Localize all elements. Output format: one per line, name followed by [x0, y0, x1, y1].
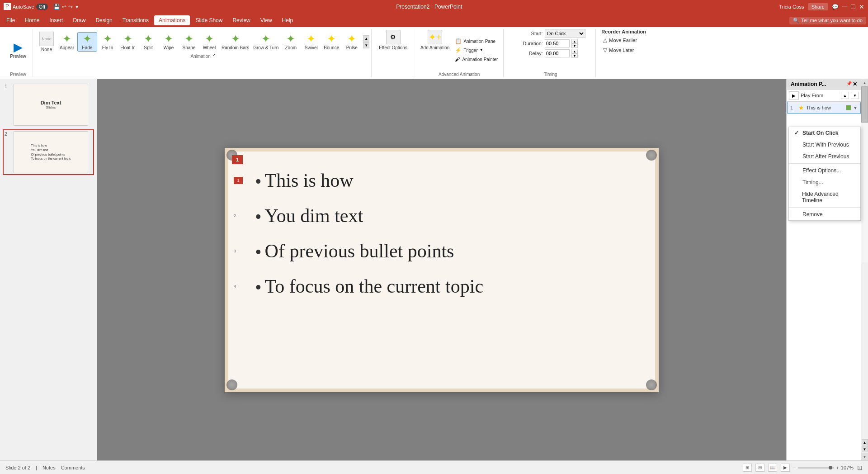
ctx-hide-timeline[interactable]: Hide Advanced Timeline: [789, 188, 860, 206]
slide-canvas[interactable]: 1 1 • This is how 2 • You dim text 3 •: [225, 148, 659, 392]
move-later-btn[interactable]: ▽ Move Later: [601, 46, 648, 54]
anim-list-item-1[interactable]: 1 ★ This is how ▼: [787, 102, 861, 114]
play-from-btn[interactable]: ▶: [789, 91, 799, 100]
anim-pane-close-icon[interactable]: ✕: [853, 81, 857, 87]
fade-label: Fade: [82, 45, 93, 50]
anim-flyin-btn[interactable]: ✦ Fly In: [98, 33, 118, 51]
anim-pane-pin-icon[interactable]: 📌: [846, 81, 852, 87]
zoom-slider[interactable]: [798, 467, 834, 469]
anim-scroll-down[interactable]: ▼: [363, 42, 369, 48]
animation-pane-btn[interactable]: 📋 Animation Pane: [453, 37, 500, 45]
right-scrollbar[interactable]: ▲ ▲ ▼ ▼: [861, 79, 868, 460]
duration-input[interactable]: [545, 39, 570, 47]
undo-icon[interactable]: ↩: [62, 4, 66, 10]
ctx-start-with-previous[interactable]: Start With Previous: [789, 139, 860, 151]
slide-sorter-btn[interactable]: ⊟: [755, 464, 764, 472]
anim-floatin-btn[interactable]: ✦ Float In: [118, 33, 138, 51]
anim-zoom-btn[interactable]: ✦ Zoom: [281, 33, 301, 51]
preview-button[interactable]: ▶ Preview: [7, 40, 29, 60]
slide-preview-1[interactable]: Dim Text Slides: [14, 84, 88, 126]
anim-none-btn[interactable]: None None: [37, 31, 57, 53]
zoom-out-btn[interactable]: −: [793, 465, 796, 470]
pulse-label: Pulse: [346, 45, 358, 50]
anim-growturn-btn[interactable]: ✦ Grow & Turn: [251, 33, 280, 51]
anim-pulse-btn[interactable]: ✦ Pulse: [342, 33, 362, 51]
tab-help[interactable]: Help: [278, 15, 298, 25]
tab-transitions[interactable]: Transitions: [118, 15, 153, 25]
anim-wipe-btn[interactable]: ✦ Wipe: [159, 33, 179, 51]
maximize-icon[interactable]: □: [851, 3, 855, 11]
fit-slide-btn[interactable]: ⊡: [857, 464, 863, 471]
anim-item-dropdown-1[interactable]: ▼: [853, 105, 858, 110]
redo-icon[interactable]: ↪: [68, 4, 73, 10]
start-select[interactable]: On Click: [545, 29, 585, 38]
scroll-down-arrow[interactable]: ▼: [861, 453, 868, 460]
comments-icon[interactable]: 💬: [832, 4, 839, 10]
slide-panel[interactable]: 1 Dim Text Slides 2 This is how You dim …: [0, 79, 97, 460]
tab-file[interactable]: File: [2, 15, 19, 25]
share-btn[interactable]: Share: [808, 3, 828, 10]
search-box[interactable]: 🔍 Tell me what you want to do: [789, 17, 866, 24]
anim-bounce-btn[interactable]: ✦ Bounce: [321, 33, 341, 51]
autosave-toggle[interactable]: Off: [36, 4, 48, 10]
scroll-bottom-1[interactable]: ▲: [862, 439, 868, 446]
add-animation-btn[interactable]: ✦+ Add Animation: [419, 29, 452, 51]
customize-icon[interactable]: ▼: [75, 5, 79, 9]
minimize-icon[interactable]: ─: [842, 3, 847, 11]
scroll-up-arrow[interactable]: ▲: [861, 79, 868, 86]
duration-up[interactable]: ▲: [571, 39, 578, 43]
tab-draw[interactable]: Draw: [68, 15, 90, 25]
split-label: Split: [144, 45, 152, 50]
delay-down[interactable]: ▼: [571, 53, 578, 58]
tab-home[interactable]: Home: [20, 15, 44, 25]
close-icon[interactable]: ✕: [859, 3, 864, 10]
animation-painter-btn[interactable]: 🖌 Animation Painter: [453, 55, 500, 63]
tab-animations[interactable]: Animations: [154, 15, 190, 25]
save-icon[interactable]: 💾: [53, 4, 60, 10]
slideshow-btn[interactable]: ▶: [781, 464, 790, 472]
anim-scroll-down-btn[interactable]: ▼: [851, 92, 859, 99]
ctx-timing[interactable]: Timing...: [789, 176, 860, 188]
tab-review[interactable]: Review: [228, 15, 255, 25]
anim-wheel-btn[interactable]: ✦ Wheel: [199, 33, 219, 51]
scroll-bottom-2[interactable]: ▼: [862, 446, 868, 452]
reading-view-btn[interactable]: 📖: [768, 464, 777, 472]
scroll-thumb[interactable]: [861, 86, 868, 123]
anim-scroll-up[interactable]: ▲: [363, 35, 369, 42]
ctx-remove[interactable]: Remove: [789, 209, 860, 220]
duration-down[interactable]: ▼: [571, 43, 578, 48]
animation-dialog-launcher[interactable]: ↗: [212, 53, 216, 59]
tab-view[interactable]: View: [256, 15, 277, 25]
scroll-track[interactable]: [861, 86, 868, 262]
ctx-effect-options[interactable]: Effect Options...: [789, 165, 860, 176]
slide-thumb-2[interactable]: 2 This is how You dim text Of previous b…: [4, 130, 93, 174]
ctx-start-after-previous[interactable]: Start After Previous: [789, 151, 860, 162]
delay-input[interactable]: [545, 49, 570, 57]
anim-scroll-up-btn[interactable]: ▲: [841, 92, 849, 99]
anim-swivel-btn[interactable]: ✦ Swivel: [301, 33, 321, 51]
trigger-dropdown-icon[interactable]: ▼: [480, 48, 483, 52]
effect-options-btn[interactable]: ⚙ Effect Options: [377, 29, 409, 51]
add-animation-icon: ✦+: [428, 30, 442, 44]
delay-up[interactable]: ▲: [571, 49, 578, 53]
tab-slideshow[interactable]: Slide Show: [191, 15, 227, 25]
slide-preview-2[interactable]: This is how You dim text Of previous bul…: [14, 131, 88, 173]
anim-shape-btn[interactable]: ✦ Shape: [179, 33, 199, 51]
tab-design[interactable]: Design: [91, 15, 117, 25]
trigger-btn[interactable]: ⚡ Trigger ▼: [453, 46, 500, 54]
start-label: Start:: [516, 31, 543, 36]
notes-btn[interactable]: Notes: [42, 465, 56, 470]
anim-split-btn[interactable]: ✦ Split: [138, 33, 158, 51]
tab-insert[interactable]: Insert: [45, 15, 67, 25]
anim-appear-btn[interactable]: ✦ Appear: [57, 33, 77, 51]
zoom-in-btn[interactable]: +: [836, 465, 839, 470]
zoom-thumb[interactable]: [829, 466, 832, 469]
slide-thumb-1[interactable]: 1 Dim Text Slides: [4, 83, 93, 127]
zoom-controls: − + 107%: [793, 465, 854, 470]
comments-btn[interactable]: Comments: [61, 465, 85, 470]
move-earlier-btn[interactable]: △ Move Earlier: [601, 36, 648, 44]
anim-randombars-btn[interactable]: ✦ Random Bars: [220, 33, 251, 51]
anim-fade-btn[interactable]: ✦ Fade: [77, 32, 97, 52]
normal-view-btn[interactable]: ⊞: [743, 464, 752, 472]
ctx-start-on-click[interactable]: ✓ Start On Click: [789, 127, 860, 139]
